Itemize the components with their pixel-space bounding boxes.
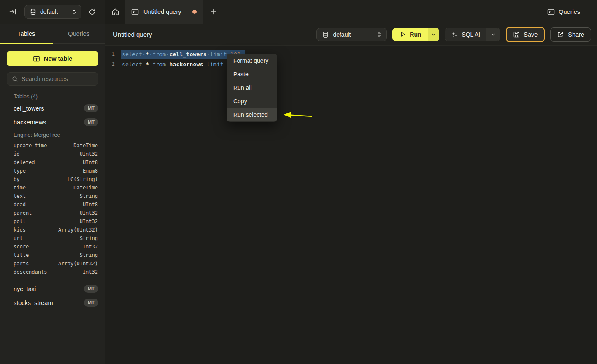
- database-icon: [322, 31, 329, 38]
- column-type: String: [80, 235, 98, 241]
- sql-ai-button-group: SQL AI: [445, 28, 500, 41]
- toolbar-database-value: default: [333, 31, 372, 38]
- menu-item-run-all[interactable]: Run all: [227, 81, 277, 94]
- column-row: titleString: [0, 251, 105, 259]
- share-button[interactable]: Share: [550, 27, 591, 42]
- sidebar: Tables Queries New table Tables (4) cell…: [0, 24, 105, 364]
- editor-line-1[interactable]: 1select·*·from·cell_towers·limit·100·: [105, 49, 597, 59]
- column-row: partsArray(UInt32): [0, 259, 105, 268]
- column-row: descendantsInt32: [0, 268, 105, 276]
- column-name: text: [14, 193, 80, 199]
- chevron-updown-icon: [71, 9, 77, 15]
- column-row: byLC(String): [0, 175, 105, 183]
- table-item-stocks_stream[interactable]: stocks_streamMT: [0, 296, 105, 310]
- top-bar: default Untitled query Queries: [0, 0, 597, 24]
- table-item-hackernews[interactable]: hackernewsMT: [0, 115, 105, 129]
- column-type: LC(String): [68, 176, 98, 182]
- sql-ai-label: SQL AI: [462, 31, 480, 38]
- column-row: pollUInt32: [0, 217, 105, 226]
- search-icon: [12, 76, 18, 82]
- new-tab-button[interactable]: [203, 0, 224, 24]
- column-row: typeEnum8: [0, 167, 105, 175]
- column-type: String: [80, 252, 98, 258]
- toolbar-database-selector[interactable]: default: [316, 28, 387, 41]
- queries-label: Queries: [559, 8, 580, 15]
- columns-list: update_timeDateTimeidUInt32deletedUInt8t…: [0, 141, 105, 276]
- run-button-group: Run: [392, 28, 439, 41]
- column-type: UInt32: [80, 210, 98, 216]
- menu-item-copy[interactable]: Copy: [227, 94, 277, 108]
- new-table-button[interactable]: New table: [7, 51, 98, 66]
- sidebar-tab-queries[interactable]: Queries: [53, 24, 105, 43]
- tab-untitled-query[interactable]: Untitled query: [125, 0, 203, 24]
- column-name: id: [14, 151, 80, 157]
- editor-context-menu: Format queryPasteRun allCopyRun selected: [227, 54, 277, 122]
- query-header: Untitled query default: [105, 24, 597, 46]
- code-text: select * from hackernews limit: [122, 61, 227, 67]
- menu-item-paste[interactable]: Paste: [227, 67, 277, 81]
- editor-line-2[interactable]: 2select * from hackernews limit: [105, 59, 597, 69]
- column-type: UInt32: [80, 151, 98, 157]
- column-name: dead: [14, 202, 83, 208]
- column-name: update_time: [14, 143, 73, 148]
- unsaved-indicator-dot: [192, 10, 197, 14]
- engine-badge: MT: [84, 118, 98, 126]
- column-type: DateTime: [73, 185, 98, 191]
- column-name: by: [14, 176, 68, 182]
- share-icon: [557, 31, 564, 38]
- column-type: UInt8: [83, 202, 98, 208]
- table-name: hackernews: [14, 119, 84, 126]
- column-row: deletedUInt8: [0, 158, 105, 167]
- menu-item-format-query[interactable]: Format query: [227, 54, 277, 67]
- sql-editor[interactable]: 1select·*·from·cell_towers·limit·100·2se…: [105, 46, 597, 364]
- column-row: update_timeDateTime: [0, 141, 105, 150]
- column-name: parent: [14, 210, 80, 216]
- column-name: title: [14, 252, 80, 258]
- column-name: type: [14, 168, 83, 174]
- chevron-updown-icon: [376, 32, 382, 38]
- column-type: UInt8: [83, 159, 98, 165]
- column-name: time: [14, 185, 73, 191]
- column-name: kids: [14, 227, 58, 233]
- table-grid-icon: [33, 55, 40, 62]
- tables-section-label: Tables (4): [14, 93, 98, 100]
- table-item-cell_towers[interactable]: cell_towersMT: [0, 101, 105, 115]
- queries-terminal-icon: [547, 8, 555, 16]
- line-number: 2: [105, 61, 115, 67]
- share-label: Share: [568, 31, 584, 38]
- sql-ai-button[interactable]: SQL AI: [445, 28, 486, 41]
- home-button[interactable]: [105, 0, 125, 24]
- save-button[interactable]: Save: [506, 27, 545, 42]
- column-type: Array(UInt32): [58, 261, 98, 267]
- column-name: score: [14, 244, 83, 250]
- database-selector[interactable]: default: [24, 5, 81, 19]
- sidebar-tab-tables[interactable]: Tables: [0, 24, 53, 43]
- queries-button[interactable]: Queries: [547, 0, 597, 24]
- engine-badge: MT: [84, 104, 98, 112]
- main-area: Untitled query default: [105, 24, 597, 364]
- column-name: parts: [14, 261, 58, 267]
- sidebar-tabs: Tables Queries: [0, 24, 105, 44]
- column-name: url: [14, 235, 80, 241]
- topbar-left-section: default: [0, 0, 105, 24]
- column-type: Int32: [83, 269, 98, 275]
- run-button[interactable]: Run: [392, 28, 428, 41]
- new-table-label: New table: [44, 55, 73, 62]
- table-name: stocks_stream: [14, 299, 84, 306]
- engine-label: Engine: MergeTree: [0, 129, 105, 139]
- table-item-nyc_taxi[interactable]: nyc_taxiMT: [0, 282, 105, 296]
- menu-item-run-selected[interactable]: Run selected: [227, 108, 277, 121]
- refresh-icon[interactable]: [89, 8, 96, 16]
- line-number: 1: [105, 51, 115, 57]
- query-toolbar: default Run: [316, 27, 591, 42]
- collapse-sidebar-icon[interactable]: [9, 8, 16, 15]
- engine-badge: MT: [84, 299, 98, 307]
- sql-ai-chevron[interactable]: [486, 28, 500, 41]
- run-options-chevron[interactable]: [428, 28, 439, 41]
- column-row: textString: [0, 192, 105, 200]
- tab-label: Untitled query: [143, 8, 181, 15]
- search-box: [7, 72, 98, 86]
- search-input[interactable]: [22, 75, 93, 82]
- table-name: nyc_taxi: [14, 286, 84, 292]
- column-type: DateTime: [73, 143, 98, 148]
